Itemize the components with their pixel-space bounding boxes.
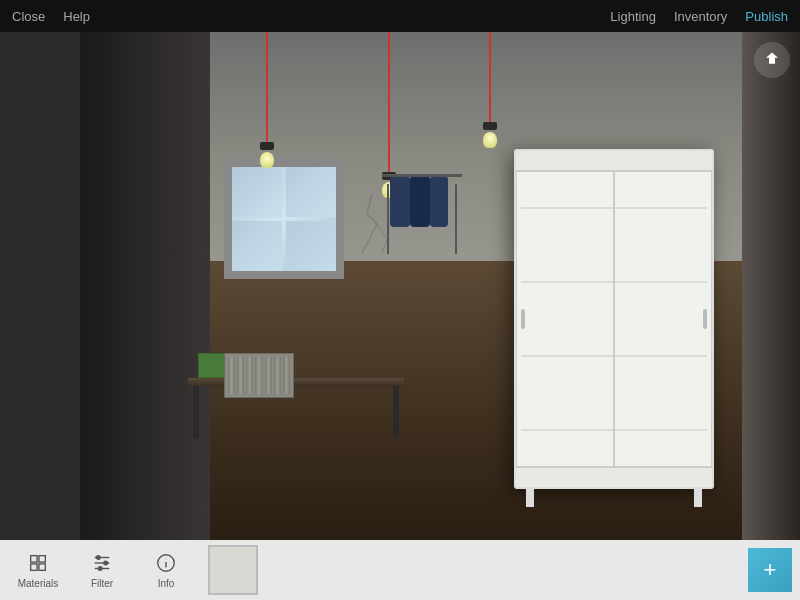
- jacket: [390, 177, 410, 227]
- cabinet-top-frame: [516, 151, 712, 171]
- radiator-fin: [283, 357, 290, 394]
- svg-rect-3: [39, 563, 45, 569]
- table-leg: [193, 386, 199, 438]
- nav-publish[interactable]: Publish: [745, 9, 788, 24]
- window-pane: [232, 167, 282, 217]
- svg-point-7: [97, 555, 101, 559]
- add-button[interactable]: +: [748, 548, 792, 592]
- left-sidebar: [0, 32, 80, 540]
- nav-inventory[interactable]: Inventory: [674, 9, 727, 24]
- nav-help[interactable]: Help: [63, 9, 90, 24]
- radiator-fin: [255, 357, 262, 394]
- window-pane: [286, 167, 336, 217]
- filter-button[interactable]: Filter: [72, 544, 132, 596]
- window-pane: [232, 221, 282, 271]
- topbar-left: Close Help: [12, 9, 90, 24]
- materials-button[interactable]: Materials: [8, 544, 68, 596]
- light-base: [260, 142, 274, 150]
- share-button[interactable]: [754, 42, 790, 78]
- radiator: [224, 353, 294, 398]
- light-bulb: [483, 132, 497, 148]
- table-leg: [393, 386, 399, 438]
- cabinet-doors: [516, 171, 712, 467]
- hanging-light-2: [382, 32, 396, 198]
- jacket: [410, 177, 430, 227]
- rack-leg: [455, 184, 457, 254]
- cabinet-leg: [526, 487, 534, 507]
- clothes-rack: [382, 174, 462, 254]
- hanging-light-1: [260, 32, 274, 168]
- left-scene-panel: [80, 32, 210, 540]
- info-icon: [155, 552, 177, 574]
- jacket: [430, 177, 448, 227]
- filter-icon: [91, 552, 113, 574]
- nav-close[interactable]: Close: [12, 9, 45, 24]
- topbar: Close Help Lighting Inventory Publish: [0, 0, 800, 32]
- light-base: [483, 122, 497, 130]
- nav-lighting[interactable]: Lighting: [610, 9, 656, 24]
- plus-icon: +: [764, 557, 777, 583]
- table: [188, 378, 404, 438]
- share-icon: [763, 51, 781, 69]
- light-cord: [266, 32, 268, 142]
- light-cord: [388, 32, 390, 172]
- info-label: Info: [158, 578, 175, 589]
- cabinet-legs: [526, 487, 702, 507]
- cabinet-bottom-frame: [516, 467, 712, 487]
- filter-label: Filter: [91, 578, 113, 589]
- cabinet-door-right[interactable]: [614, 171, 712, 467]
- light-cord: [489, 32, 491, 122]
- svg-rect-0: [31, 555, 37, 561]
- materials-label: Materials: [18, 578, 59, 589]
- svg-point-8: [104, 561, 108, 565]
- rack-leg: [387, 184, 389, 254]
- window: [224, 159, 344, 279]
- radiator-fin: [228, 357, 235, 394]
- window-pane: [286, 221, 336, 271]
- radiator-fin: [246, 357, 253, 394]
- light-bulb: [260, 152, 274, 168]
- svg-point-9: [98, 566, 102, 570]
- radiator-fin: [265, 357, 272, 394]
- right-scene-panel: [742, 32, 800, 540]
- radiator-fin: [237, 357, 244, 394]
- svg-rect-2: [31, 563, 37, 569]
- info-button[interactable]: Info: [136, 544, 196, 596]
- white-cabinet: [514, 149, 714, 489]
- svg-point-12: [166, 558, 167, 559]
- bottom-toolbar: Materials Filter Info +: [0, 540, 800, 600]
- cabinet-door-left[interactable]: [516, 171, 614, 467]
- main-canvas: [80, 32, 800, 540]
- topbar-right: Lighting Inventory Publish: [610, 9, 788, 24]
- materials-icon: [27, 552, 49, 574]
- cabinet-leg: [694, 487, 702, 507]
- room-scene: [80, 32, 800, 540]
- hanging-light-3: [483, 32, 497, 148]
- color-swatch[interactable]: [208, 545, 258, 595]
- radiator-fin: [274, 357, 281, 394]
- svg-rect-1: [39, 555, 45, 561]
- table-top: [188, 378, 404, 386]
